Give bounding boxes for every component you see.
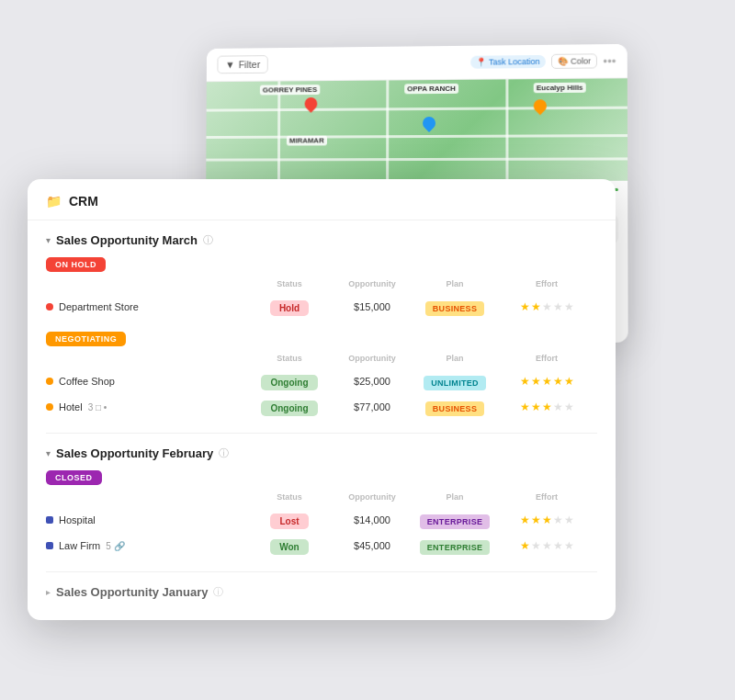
section-february: ▾ Sales Opportunity February ⓘ CLOSED St…: [46, 446, 597, 559]
section-title-january: Sales Opportunity January: [56, 585, 208, 599]
header-plan: Plan: [413, 492, 496, 502]
row-name: Department Store: [46, 301, 248, 312]
row-plan-cell: BUSINESS: [413, 399, 496, 415]
section-info-january: ⓘ: [213, 585, 223, 599]
plan-badge: ENTERPRISE: [420, 540, 491, 555]
star-empty-icon: ★: [553, 514, 563, 526]
section-info-march: ⓘ: [203, 233, 213, 247]
header-plan: Plan: [413, 354, 496, 363]
crm-body[interactable]: ▾ Sales Opportunity March ⓘ ON HOLD Stat…: [28, 220, 616, 614]
row-name: Hospital: [46, 514, 248, 525]
star-icon: ★: [553, 375, 563, 388]
section-divider-2: [46, 571, 597, 572]
header-opportunity: Opportunity: [331, 279, 413, 288]
star-icon: ★: [520, 300, 530, 313]
section-title-february: Sales Opportunity February: [56, 446, 213, 460]
row-name-text: Department Store: [59, 301, 139, 312]
crm-title: CRM: [69, 194, 98, 209]
row-dot: [46, 303, 53, 310]
header-effort: Effort: [496, 279, 597, 288]
section-march: ▾ Sales Opportunity March ⓘ ON HOLD Stat…: [46, 233, 597, 420]
chevron-down-icon: ▾: [46, 448, 51, 458]
row-status-cell: Hold: [248, 299, 331, 315]
row-meta: 3 □ •: [88, 402, 107, 412]
row-dot-square: [46, 516, 53, 524]
star-empty-icon: ★: [531, 539, 541, 552]
row-name: Hotel 3 □ •: [46, 401, 248, 412]
group-on-hold: ON HOLD Status Opportunity Plan Effort D…: [46, 254, 597, 320]
header-plan: Plan: [413, 279, 496, 288]
status-badge: Ongoing: [261, 401, 317, 416]
row-stars: ★ ★ ★ ★ ★: [496, 300, 597, 313]
group-label-closed: CLOSED: [46, 470, 102, 485]
table-headers-closed: Status Opportunity Plan Effort: [46, 491, 597, 503]
group-label-on-hold: ON HOLD: [46, 257, 106, 272]
header-status: Status: [248, 492, 331, 502]
status-badge: Ongoing: [261, 375, 317, 390]
section-header-february[interactable]: ▾ Sales Opportunity February ⓘ: [46, 446, 597, 460]
row-opportunity: $15,000: [331, 301, 413, 312]
row-plan-cell: UNLIMITED: [413, 373, 496, 390]
header-effort: Effort: [496, 492, 597, 502]
star-icon: ★: [520, 514, 530, 526]
row-plan-cell: ENTERPRISE: [413, 512, 496, 528]
filter-button[interactable]: ▼ Filter: [217, 55, 268, 73]
row-name-text: Law Firm: [59, 540, 100, 551]
section-divider: [46, 433, 597, 434]
color-icon: 🎨: [558, 57, 568, 66]
location-label: Task Location: [489, 57, 540, 67]
row-status-cell: Won: [248, 537, 331, 554]
section-header-january[interactable]: ▸ Sales Opportunity January ⓘ: [46, 585, 597, 599]
plan-badge: BUSINESS: [425, 401, 484, 416]
map-label-gorrey: GORREY PINES: [260, 85, 320, 95]
table-row: Law Firm 5 🔗 Won $45,000 ENTERPRISE ★ ★: [46, 533, 597, 559]
star-icon: ★: [531, 375, 541, 388]
panel-crm: 📁 CRM ▾ Sales Opportunity March ⓘ ON HOL…: [28, 179, 616, 620]
map-label-euca: Eucalyp Hills: [534, 83, 586, 94]
row-status-cell: Ongoing: [248, 373, 331, 390]
group-closed: CLOSED Status Opportunity Plan Effort Ho…: [46, 468, 597, 559]
header-name: [46, 279, 248, 288]
chevron-right-icon: ▸: [46, 587, 51, 597]
row-dot-square: [46, 542, 53, 549]
filter-icon: ▼: [225, 59, 235, 70]
star-empty-icon: ★: [553, 401, 563, 413]
color-button[interactable]: 🎨 Color: [551, 53, 598, 69]
star-empty-icon: ★: [553, 539, 563, 552]
filter-label: Filter: [239, 59, 261, 70]
map-label-oppa: OPPA RANCH: [404, 84, 458, 94]
table-row: Hospital Lost $14,000 ENTERPRISE ★ ★ ★: [46, 507, 597, 533]
row-stars: ★ ★ ★ ★ ★: [496, 401, 597, 413]
star-empty-icon: ★: [564, 539, 574, 552]
map-area: GORREY PINES OPPA RANCH Eucalyp Hills MI…: [206, 78, 628, 181]
row-stars: ★ ★ ★ ★ ★: [496, 375, 597, 388]
location-icon: 📍: [476, 58, 486, 67]
row-dot: [46, 403, 53, 411]
section-header-march[interactable]: ▾ Sales Opportunity March ⓘ: [46, 233, 597, 247]
color-label: Color: [571, 56, 591, 65]
more-icon[interactable]: •••: [603, 54, 616, 68]
row-plan-cell: ENTERPRISE: [413, 537, 496, 554]
header-name: [46, 354, 248, 363]
crm-icon: 📁: [46, 194, 62, 209]
status-badge: Won: [270, 539, 308, 555]
star-icon: ★: [542, 401, 552, 413]
map-toolbar: ▼ Filter 📍 Task Location 🎨 Color •••: [207, 44, 628, 82]
map-pin[interactable]: [420, 114, 438, 132]
star-icon: ★: [531, 514, 541, 526]
star-icon: ★: [520, 375, 530, 388]
star-empty-icon: ★: [542, 300, 552, 313]
header-opportunity: Opportunity: [331, 492, 413, 502]
group-negotiating: NEGOTIATING Status Opportunity Plan Effo…: [46, 329, 597, 420]
chevron-down-icon: ▾: [46, 235, 51, 245]
star-icon: ★: [531, 401, 541, 413]
row-opportunity: $25,000: [331, 376, 413, 387]
header-opportunity: Opportunity: [331, 354, 413, 363]
table-row: Department Store Hold $15,000 BUSINESS ★…: [46, 294, 597, 320]
table-row: Hotel 3 □ • Ongoing $77,000 BUSINESS ★ ★: [46, 394, 597, 420]
row-name: Law Firm 5 🔗: [46, 540, 248, 551]
row-stars: ★ ★ ★ ★ ★: [496, 539, 597, 552]
row-name-text: Hotel: [59, 401, 83, 412]
star-empty-icon: ★: [542, 539, 552, 552]
map-pin[interactable]: [531, 96, 549, 115]
